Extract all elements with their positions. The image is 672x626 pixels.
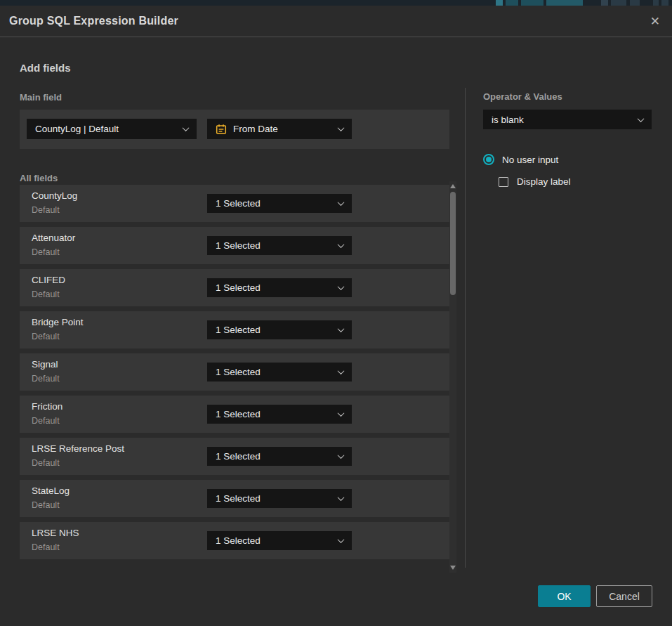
field-row: Attenuator Default 1 Selected: [20, 227, 449, 264]
chevron-down-icon: [338, 199, 345, 206]
main-field-source-select[interactable]: CountyLog | Default: [27, 119, 197, 139]
scrollbar-thumb[interactable]: [450, 192, 456, 295]
field-default-label: Default: [32, 247, 60, 257]
field-name: Attenuator: [32, 233, 75, 243]
field-selection-value: 1 Selected: [216, 282, 338, 293]
field-selection-value: 1 Selected: [216, 451, 338, 462]
panel-divider: [465, 88, 466, 568]
field-row: CLIFED Default 1 Selected: [20, 269, 449, 306]
dialog-title: Group SQL Expression Builder: [9, 15, 178, 27]
chevron-down-icon: [638, 115, 645, 122]
add-fields-heading: Add fields: [20, 62, 71, 74]
background-app-strip: [0, 0, 672, 6]
field-name: Signal: [32, 359, 58, 370]
field-selection-value: 1 Selected: [216, 409, 338, 419]
field-name: StateLog: [32, 485, 70, 496]
field-default-label: Default: [32, 205, 60, 215]
all-fields-list: CountyLog Default 1 Selected Attenuator …: [20, 185, 449, 564]
operator-select[interactable]: is blank: [483, 110, 652, 129]
field-selection-value: 1 Selected: [216, 535, 338, 546]
radio-label: No user input: [502, 155, 558, 165]
field-selection-value: 1 Selected: [216, 240, 338, 251]
chevron-down-icon: [338, 241, 345, 248]
chevron-down-icon: [338, 410, 345, 417]
background-app-fragment: [611, 0, 626, 6]
group-sql-expression-builder-dialog: Group SQL Expression Builder ✕ Add field…: [0, 6, 672, 626]
background-app-fragment: [546, 0, 583, 6]
chevron-down-icon: [338, 494, 345, 501]
field-selection-dropdown[interactable]: 1 Selected: [207, 320, 352, 339]
field-default-label: Default: [32, 332, 60, 341]
field-selection-dropdown[interactable]: 1 Selected: [207, 405, 352, 424]
field-name: CountyLog: [32, 190, 77, 201]
field-selection-dropdown[interactable]: 1 Selected: [207, 236, 352, 255]
field-name: LRSE NHS: [32, 528, 79, 538]
cancel-button[interactable]: Cancel: [596, 585, 652, 607]
scroll-down-icon[interactable]: [450, 566, 456, 570]
scroll-up-icon[interactable]: [450, 184, 456, 188]
field-row: LRSE Reference Post Default 1 Selected: [20, 438, 449, 475]
operator-value: is blank: [492, 115, 638, 125]
field-row: Friction Default 1 Selected: [20, 396, 449, 433]
chevron-down-icon: [338, 367, 345, 374]
background-app-fragment: [661, 0, 668, 6]
field-name: Friction: [32, 401, 62, 412]
field-default-label: Default: [32, 458, 60, 468]
field-default-label: Default: [32, 289, 60, 299]
radio-icon: [483, 154, 494, 165]
field-name: LRSE Reference Post: [32, 443, 124, 454]
dialog-header: Group SQL Expression Builder ✕: [0, 6, 672, 37]
chevron-down-icon: [338, 325, 345, 332]
chevron-down-icon: [338, 124, 345, 131]
field-default-label: Default: [32, 542, 60, 552]
field-selection-dropdown[interactable]: 1 Selected: [207, 489, 352, 508]
checkbox-icon: [499, 177, 508, 187]
calendar-icon: [216, 124, 227, 135]
field-selection-dropdown[interactable]: 1 Selected: [207, 194, 352, 213]
field-row: Bridge Point Default 1 Selected: [20, 311, 449, 348]
field-selection-dropdown[interactable]: 1 Selected: [207, 363, 352, 382]
list-scrollbar[interactable]: [449, 181, 456, 573]
main-field-field-value: From Date: [233, 124, 338, 134]
main-field-label: Main field: [20, 92, 62, 103]
field-selection-value: 1 Selected: [216, 325, 338, 335]
operator-values-label: Operator & Values: [483, 91, 562, 102]
background-app-fragment: [601, 0, 608, 6]
background-app-fragment: [653, 0, 659, 6]
background-app-fragment: [630, 0, 640, 6]
checkbox-label: Display label: [517, 176, 571, 187]
field-row: Signal Default 1 Selected: [20, 353, 449, 391]
field-selection-value: 1 Selected: [216, 367, 338, 377]
field-row: CountyLog Default 1 Selected: [20, 185, 449, 222]
field-row: StateLog Default 1 Selected: [20, 480, 449, 517]
field-selection-value: 1 Selected: [216, 493, 338, 504]
chevron-down-icon: [183, 124, 190, 131]
chevron-down-icon: [338, 536, 345, 543]
no-user-input-radio[interactable]: No user input: [483, 154, 558, 165]
main-field-field-select[interactable]: From Date: [207, 119, 352, 139]
field-selection-dropdown[interactable]: 1 Selected: [207, 447, 352, 466]
chevron-down-icon: [338, 452, 345, 459]
all-fields-label: All fields: [20, 173, 58, 183]
chevron-down-icon: [338, 283, 345, 290]
display-label-checkbox[interactable]: Display label: [499, 176, 571, 187]
field-selection-value: 1 Selected: [216, 198, 338, 209]
main-field-source-value: CountyLog | Default: [35, 124, 183, 134]
ok-button[interactable]: OK: [538, 585, 591, 607]
background-app-fragment: [496, 0, 503, 6]
field-row: LRSE NHS Default 1 Selected: [20, 522, 449, 559]
field-name: Bridge Point: [32, 317, 84, 327]
field-selection-dropdown[interactable]: 1 Selected: [207, 531, 352, 550]
field-default-label: Default: [32, 416, 60, 426]
field-name: CLIFED: [32, 275, 65, 285]
background-app-fragment: [506, 0, 518, 6]
close-icon[interactable]: ✕: [650, 15, 660, 27]
field-default-label: Default: [32, 500, 60, 510]
main-field-container: CountyLog | Default From Date: [20, 110, 449, 149]
field-selection-dropdown[interactable]: 1 Selected: [207, 278, 352, 297]
background-app-fragment: [521, 0, 543, 6]
field-default-label: Default: [32, 374, 60, 384]
